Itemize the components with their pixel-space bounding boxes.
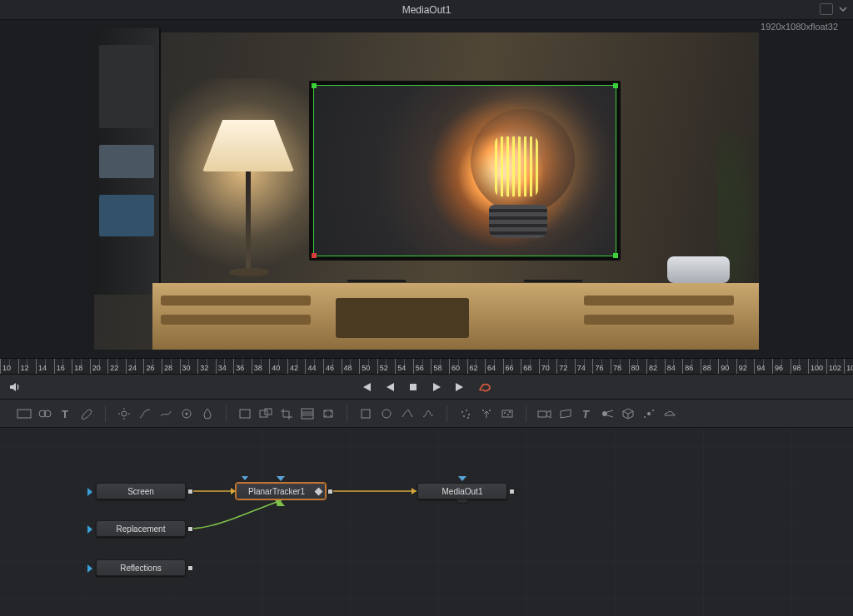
node-output-port[interactable] <box>509 489 515 494</box>
play-forward-icon[interactable] <box>431 381 442 393</box>
ruler-minor-tick <box>261 359 262 365</box>
node-effect-mask-port[interactable] <box>458 476 466 481</box>
background-icon[interactable] <box>15 405 33 423</box>
node-view-indicator-icon[interactable] <box>315 488 323 496</box>
tools-toolbar: TT <box>0 400 853 428</box>
tracker-corner-bl[interactable] <box>312 253 317 258</box>
view-layout-button[interactable] <box>820 3 833 15</box>
ruler-tick: 38 <box>252 359 252 375</box>
ruler-tick: 98 <box>791 359 791 375</box>
image-plane3d-icon[interactable] <box>556 405 575 423</box>
svg-rect-0 <box>410 384 417 390</box>
ruler-tick: 28 <box>162 359 162 375</box>
rectangle-mask-icon[interactable] <box>357 405 375 423</box>
planar-tracker-overlay[interactable] <box>313 85 616 256</box>
expand-arrow-icon[interactable] <box>87 488 92 496</box>
ruler-minor-tick <box>368 359 369 365</box>
shape3d-icon[interactable]: T <box>577 405 596 423</box>
ruler-tick: 48 <box>342 359 342 375</box>
merge-icon[interactable] <box>36 405 54 423</box>
svg-rect-27 <box>502 410 512 417</box>
resize-icon[interactable] <box>257 405 275 423</box>
node-media-out[interactable]: MediaOut1 <box>417 483 507 499</box>
crop-icon[interactable] <box>277 405 296 423</box>
ruler-minor-tick <box>332 359 333 365</box>
hue-curves-icon[interactable] <box>157 405 175 423</box>
bspline-mask-icon[interactable] <box>419 405 437 423</box>
color-curves-icon[interactable] <box>136 405 154 423</box>
ruler-minor-tick <box>835 359 836 365</box>
polygon-mask-icon[interactable] <box>398 405 417 423</box>
expand-arrow-icon[interactable] <box>87 525 92 534</box>
svg-point-29 <box>507 414 509 415</box>
brightness-contrast-icon[interactable] <box>115 405 133 423</box>
ruler-tick: 72 <box>556 359 557 375</box>
node-output-port[interactable] <box>187 565 193 571</box>
go-last-frame-icon[interactable] <box>454 381 467 393</box>
node-mask-port[interactable] <box>242 476 248 480</box>
node-view-tab[interactable] <box>456 499 468 504</box>
stop-icon[interactable] <box>407 381 419 393</box>
node-reflections[interactable]: Reflections <box>96 559 186 576</box>
window-title: MediaOut1 <box>402 4 451 16</box>
renderer3d-icon[interactable] <box>619 405 637 423</box>
view-menu-chevron[interactable] <box>838 4 848 14</box>
ruler-minor-tick <box>386 359 387 365</box>
ruler-tick: 90 <box>718 359 719 375</box>
svg-point-26 <box>489 410 491 411</box>
ruler-tick: 74 <box>575 359 576 375</box>
node-effect-mask-port[interactable] <box>277 476 285 481</box>
ruler-minor-tick <box>727 359 728 365</box>
ruler-minor-tick <box>799 359 800 365</box>
ruler-tick: 104 <box>844 359 845 375</box>
ellipse-mask-icon[interactable] <box>377 405 396 423</box>
play-reverse-icon[interactable] <box>384 381 396 393</box>
ruler-minor-tick <box>746 359 746 365</box>
node-label: PlanarTracker1 <box>248 487 313 496</box>
title-bar: MediaOut1 <box>0 0 853 20</box>
letterbox-icon[interactable] <box>298 405 317 423</box>
camera3d-icon[interactable] <box>536 405 554 423</box>
node-replacement[interactable]: Replacement <box>96 520 186 537</box>
p-emitter-icon[interactable] <box>477 405 496 423</box>
expand-arrow-icon[interactable] <box>87 564 92 573</box>
spot-light-icon[interactable] <box>598 405 616 423</box>
ruler-minor-tick <box>117 359 117 365</box>
ruler-tick: 54 <box>395 359 396 375</box>
ruler-tick: 26 <box>143 359 144 375</box>
color-corrector-icon[interactable] <box>177 405 196 423</box>
viewer-canvas[interactable] <box>94 32 759 350</box>
dve-icon[interactable] <box>319 405 337 423</box>
loop-icon[interactable] <box>479 381 494 393</box>
tracker-corner-tl[interactable] <box>312 83 317 88</box>
node-output-port[interactable] <box>327 489 333 494</box>
ruler-minor-tick <box>548 359 549 365</box>
ruler-tick: 20 <box>90 359 91 375</box>
svg-point-30 <box>509 411 511 413</box>
particles-icon[interactable] <box>456 405 475 423</box>
node-output-port[interactable] <box>187 489 193 494</box>
node-output-port[interactable] <box>187 526 193 532</box>
ruler-minor-tick <box>620 359 621 365</box>
tracker-corner-br[interactable] <box>613 253 618 258</box>
node-screen[interactable]: Screen <box>96 483 186 499</box>
go-first-frame-icon[interactable] <box>359 381 372 393</box>
node-fg-port[interactable] <box>277 501 285 506</box>
blur-icon[interactable] <box>198 405 217 423</box>
ruler-minor-tick <box>242 359 243 365</box>
audio-mute-icon[interactable] <box>8 380 22 394</box>
fog3d-icon[interactable] <box>661 405 679 423</box>
p-render-icon[interactable] <box>498 405 516 423</box>
transform-icon[interactable] <box>236 405 254 423</box>
ruler-minor-tick <box>171 359 172 365</box>
node-graph[interactable]: Screen Replacement Reflections PlanarTra… <box>0 428 853 616</box>
text-icon[interactable]: T <box>57 405 75 423</box>
paint-icon[interactable] <box>77 405 96 423</box>
time-ruler[interactable]: 1012141618202224262830323436384042444648… <box>0 358 853 375</box>
toolbar-separator <box>347 405 347 422</box>
svg-point-33 <box>602 411 607 416</box>
ruler-minor-tick <box>656 359 656 365</box>
node-planar-tracker[interactable]: PlanarTracker1 <box>236 483 326 499</box>
tracker-corner-tr[interactable] <box>613 83 618 88</box>
lens-flare-icon[interactable] <box>640 405 658 423</box>
